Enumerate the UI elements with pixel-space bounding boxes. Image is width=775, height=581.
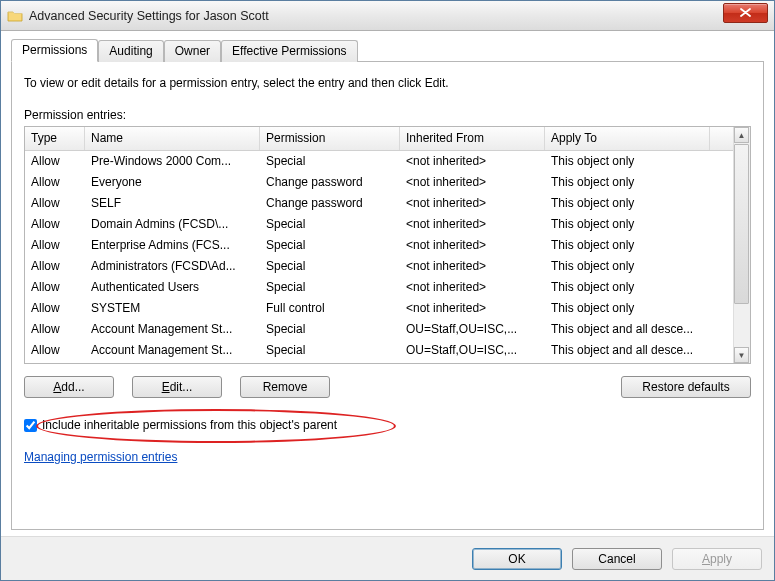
cell: Account Management St... (85, 319, 260, 340)
cell: Change password (260, 172, 400, 193)
titlebar: Advanced Security Settings for Jason Sco… (1, 1, 774, 31)
restore-defaults-button[interactable]: Restore defaults (621, 376, 751, 398)
col-type[interactable]: Type (25, 127, 85, 150)
col-inherited[interactable]: Inherited From (400, 127, 545, 150)
scroll-thumb[interactable] (734, 144, 749, 304)
cell: OU=Staff,OU=ISC,... (400, 319, 545, 340)
dialog-footer: OK Cancel Apply (1, 536, 774, 580)
listview-header: Type Name Permission Inherited From Appl… (25, 127, 733, 151)
tab-owner[interactable]: Owner (164, 40, 221, 62)
remove-button[interactable]: Remove (240, 376, 330, 398)
cell: Full control (260, 298, 400, 319)
cell: <not inherited> (400, 235, 545, 256)
tab-permissions[interactable]: Permissions (11, 39, 98, 62)
table-row[interactable]: AllowEveryoneChange password<not inherit… (25, 172, 733, 193)
cell: Allow (25, 172, 85, 193)
listview-rows: AllowPre-Windows 2000 Com...Special<not … (25, 151, 733, 361)
cell: <not inherited> (400, 256, 545, 277)
cell: Allow (25, 235, 85, 256)
cell: <not inherited> (400, 214, 545, 235)
cell: <not inherited> (400, 193, 545, 214)
table-row[interactable]: AllowAuthenticated UsersSpecial<not inhe… (25, 277, 733, 298)
cell: Allow (25, 151, 85, 172)
table-row[interactable]: AllowEnterprise Admins (FCS...Special<no… (25, 235, 733, 256)
dialog-window: Advanced Security Settings for Jason Sco… (0, 0, 775, 581)
table-row[interactable]: AllowAccount Management St...SpecialOU=S… (25, 340, 733, 361)
table-row[interactable]: AllowAdministrators (FCSD\Ad...Special<n… (25, 256, 733, 277)
cell: Special (260, 214, 400, 235)
cell: This object only (545, 151, 710, 172)
close-button[interactable] (723, 3, 768, 23)
cell: This object only (545, 172, 710, 193)
cell: SYSTEM (85, 298, 260, 319)
cancel-button[interactable]: Cancel (572, 548, 662, 570)
cell: This object and all desce... (545, 340, 710, 361)
entries-label: Permission entries: (24, 108, 751, 122)
cell: This object and all desce... (545, 319, 710, 340)
inherit-checkbox-row: Include inheritable permissions from thi… (24, 418, 751, 432)
cell: This object only (545, 214, 710, 235)
close-icon (740, 7, 751, 19)
cell: Allow (25, 298, 85, 319)
cell: <not inherited> (400, 172, 545, 193)
cell: OU=Staff,OU=ISC,... (400, 340, 545, 361)
col-apply[interactable]: Apply To (545, 127, 710, 150)
cell: This object only (545, 298, 710, 319)
cell: Enterprise Admins (FCS... (85, 235, 260, 256)
cell: Allow (25, 214, 85, 235)
cell: SELF (85, 193, 260, 214)
dialog-body: Permissions Auditing Owner Effective Per… (1, 31, 774, 536)
cell: Special (260, 340, 400, 361)
cell: Allow (25, 193, 85, 214)
ok-button[interactable]: OK (472, 548, 562, 570)
cell: Account Management St... (85, 340, 260, 361)
tab-strip: Permissions Auditing Owner Effective Per… (11, 39, 764, 62)
cell: Allow (25, 340, 85, 361)
table-row[interactable]: AllowAccount Management St...SpecialOU=S… (25, 319, 733, 340)
cell: Pre-Windows 2000 Com... (85, 151, 260, 172)
instruction-text: To view or edit details for a permission… (24, 76, 751, 90)
cell: Change password (260, 193, 400, 214)
folder-icon (7, 8, 23, 24)
cell: Everyone (85, 172, 260, 193)
tab-effective-permissions[interactable]: Effective Permissions (221, 40, 358, 62)
cell: Administrators (FCSD\Ad... (85, 256, 260, 277)
edit-button[interactable]: Edit... (132, 376, 222, 398)
table-row[interactable]: AllowSYSTEMFull control<not inherited>Th… (25, 298, 733, 319)
cell: Authenticated Users (85, 277, 260, 298)
permission-listview[interactable]: Type Name Permission Inherited From Appl… (24, 126, 751, 364)
scroll-up-arrow-icon[interactable]: ▲ (734, 127, 749, 143)
cell: Domain Admins (FCSD\... (85, 214, 260, 235)
tab-content-permissions: To view or edit details for a permission… (11, 62, 764, 530)
managing-permissions-link[interactable]: Managing permission entries (24, 450, 751, 464)
col-permission[interactable]: Permission (260, 127, 400, 150)
table-row[interactable]: AllowPre-Windows 2000 Com...Special<not … (25, 151, 733, 172)
cell: This object only (545, 193, 710, 214)
button-row: Add... Edit... Remove Restore defaults (24, 376, 751, 398)
cell: Special (260, 277, 400, 298)
inherit-checkbox[interactable] (24, 419, 37, 432)
cell: Allow (25, 319, 85, 340)
cell: Allow (25, 277, 85, 298)
cell: This object only (545, 256, 710, 277)
inherit-checkbox-label: Include inheritable permissions from thi… (42, 418, 337, 432)
tab-auditing[interactable]: Auditing (98, 40, 163, 62)
table-row[interactable]: AllowSELFChange password<not inherited>T… (25, 193, 733, 214)
vertical-scrollbar[interactable]: ▲ ▼ (733, 127, 750, 363)
scroll-down-arrow-icon[interactable]: ▼ (734, 347, 749, 363)
window-title: Advanced Security Settings for Jason Sco… (29, 9, 269, 23)
cell: This object only (545, 277, 710, 298)
cell: Special (260, 319, 400, 340)
add-button[interactable]: Add... (24, 376, 114, 398)
cell: Allow (25, 256, 85, 277)
col-name[interactable]: Name (85, 127, 260, 150)
listview-body: Type Name Permission Inherited From Appl… (25, 127, 733, 363)
cell: This object only (545, 235, 710, 256)
cell: Special (260, 235, 400, 256)
cell: Special (260, 151, 400, 172)
cell: Special (260, 256, 400, 277)
table-row[interactable]: AllowDomain Admins (FCSD\...Special<not … (25, 214, 733, 235)
cell: <not inherited> (400, 277, 545, 298)
cell: <not inherited> (400, 151, 545, 172)
cell: <not inherited> (400, 298, 545, 319)
